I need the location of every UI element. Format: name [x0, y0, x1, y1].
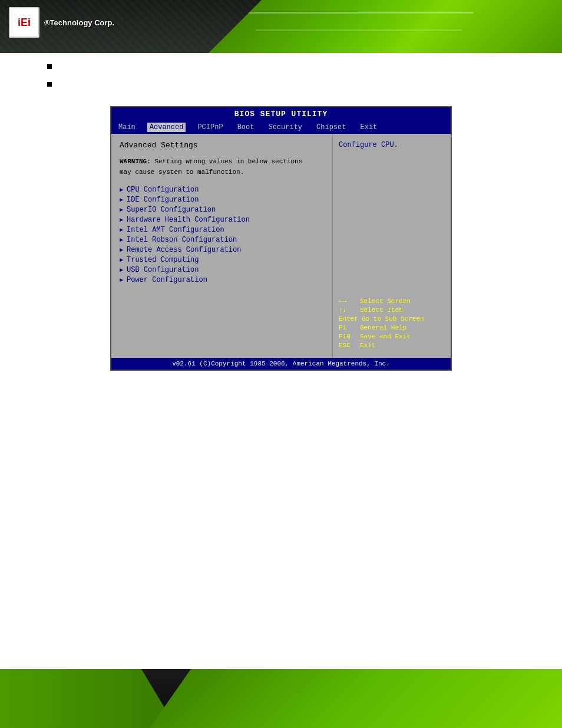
bottom-green-left	[0, 669, 177, 728]
bios-warning: WARNING: Setting wrong values in below s…	[120, 157, 324, 177]
logo-area: iEi ®Technology Corp.	[9, 7, 114, 38]
key-row-select-screen: ←→ Select Screen	[339, 298, 445, 305]
nav-chipset[interactable]: Chipset	[314, 123, 348, 132]
menu-label-remote: Remote Access Configuration	[127, 246, 241, 254]
key-desc-f10: Save and Exit	[360, 333, 411, 340]
logo-box: iEi	[9, 7, 39, 38]
key-f1: F1	[339, 324, 356, 331]
menu-remote-access[interactable]: ► Remote Access Configuration	[120, 246, 324, 254]
bullet-section	[0, 53, 562, 106]
key-f10: F10	[339, 333, 356, 340]
key-enter: Enter	[339, 315, 358, 322]
menu-power-config[interactable]: ► Power Configuration	[120, 276, 324, 284]
arrow-hardware: ►	[120, 217, 123, 223]
arrow-cpu: ►	[120, 187, 123, 193]
bios-nav: Main Advanced PCIPnP Boot Security Chips…	[111, 121, 451, 134]
menu-superio-config[interactable]: ► SuperIO Configuration	[120, 206, 324, 214]
arrow-remote: ►	[120, 247, 123, 253]
menu-intel-robson[interactable]: ► Intel Robson Configuration	[120, 236, 324, 244]
bios-help-text: Configure CPU.	[339, 141, 445, 149]
warning-label: WARNING:	[120, 158, 151, 165]
arrow-usb: ►	[120, 267, 123, 274]
logo-subtitle: ®Technology Corp.	[44, 18, 114, 27]
menu-label-trusted: Trusted Computing	[127, 256, 199, 264]
key-desc-select-item: Select Item	[360, 307, 403, 314]
bottom-green-right	[150, 669, 562, 728]
menu-label-hardware: Hardware Health Configuration	[127, 216, 250, 224]
key-esc: ESC	[339, 342, 356, 349]
bios-footer-text: v02.61 (C)Copyright 1985-2006, American …	[172, 360, 390, 367]
menu-trusted-computing[interactable]: ► Trusted Computing	[120, 256, 324, 264]
arrow-trusted: ►	[120, 257, 123, 263]
bullet-square-2	[47, 82, 52, 87]
key-desc-esc: Exit	[360, 342, 375, 349]
key-desc-select-screen: Select Screen	[360, 298, 411, 305]
arrow-amt: ►	[120, 227, 123, 233]
logo-text: iEi	[18, 17, 31, 29]
arrow-power: ►	[120, 277, 123, 284]
nav-security[interactable]: Security	[266, 123, 305, 132]
bios-right-panel: Configure CPU. ←→ Select Screen ↑↓ Selec…	[333, 134, 451, 358]
bios-left-panel: Advanced Settings WARNING: Setting wrong…	[111, 134, 333, 358]
arrow-robson: ►	[120, 237, 123, 243]
key-desc-subscreen: Go to Sub Screen	[362, 315, 424, 322]
menu-intel-amt[interactable]: ► Intel AMT Configuration	[120, 226, 324, 234]
nav-boot[interactable]: Boot	[235, 123, 257, 132]
bios-main: Advanced Settings WARNING: Setting wrong…	[111, 134, 451, 358]
warning-text: Setting wrong values in below sections	[151, 158, 302, 165]
menu-label-usb: USB Configuration	[127, 266, 199, 274]
nav-advanced[interactable]: Advanced	[147, 123, 186, 132]
bios-section-title: Advanced Settings	[120, 141, 324, 150]
nav-pcipnp[interactable]: PCIPnP	[195, 123, 225, 132]
menu-cpu-config[interactable]: ► CPU Configuration	[120, 186, 324, 194]
menu-ide-config[interactable]: ► IDE Configuration	[120, 196, 324, 204]
bullet-square-1	[47, 64, 52, 69]
menu-label-amt: Intel AMT Configuration	[127, 226, 224, 234]
key-row-subscreen: Enter Go to Sub Screen	[339, 315, 445, 322]
key-row-esc: ESC Exit	[339, 342, 445, 349]
menu-usb-config[interactable]: ► USB Configuration	[120, 266, 324, 274]
header-circuit-lines	[209, 0, 562, 53]
bios-footer: v02.61 (C)Copyright 1985-2006, American …	[111, 358, 451, 370]
key-row-f10: F10 Save and Exit	[339, 333, 445, 340]
bullet-item-2	[47, 80, 562, 87]
bios-keys-section: ←→ Select Screen ↑↓ Select Item Enter Go…	[339, 298, 445, 351]
menu-hardware-health[interactable]: ► Hardware Health Configuration	[120, 216, 324, 224]
menu-label-cpu: CPU Configuration	[127, 186, 199, 194]
arrow-ide: ►	[120, 197, 123, 203]
key-row-f1: F1 General Help	[339, 324, 445, 331]
key-arrows-ud: ↑↓	[339, 307, 356, 314]
bottom-bar	[0, 669, 562, 728]
menu-label-power: Power Configuration	[127, 276, 207, 284]
menu-label-robson: Intel Robson Configuration	[127, 236, 237, 244]
key-arrows-lr: ←→	[339, 298, 356, 305]
header: iEi ®Technology Corp.	[0, 0, 562, 53]
bios-title: BIOS SETUP UTILITY	[234, 110, 328, 118]
bullet-item-1	[47, 62, 562, 69]
nav-main[interactable]: Main	[116, 123, 138, 132]
bios-title-bar: BIOS SETUP UTILITY	[111, 107, 451, 121]
arrow-superio: ►	[120, 207, 123, 213]
nav-exit[interactable]: Exit	[358, 123, 379, 132]
key-row-select-item: ↑↓ Select Item	[339, 307, 445, 314]
warning-text2: may cause system to malfunction.	[120, 169, 244, 176]
menu-label-ide: IDE Configuration	[127, 196, 199, 204]
menu-label-superio: SuperIO Configuration	[127, 206, 216, 214]
key-desc-f1: General Help	[360, 324, 406, 331]
bios-container: BIOS SETUP UTILITY Main Advanced PCIPnP …	[110, 106, 452, 371]
